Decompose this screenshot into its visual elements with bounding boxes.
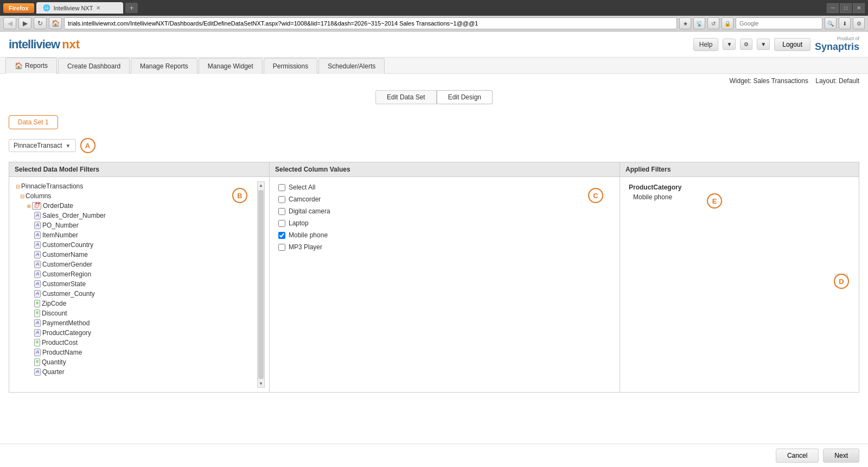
tree-item-customercounty[interactable]: A Customer_County (14, 289, 253, 299)
tree-item-productcategory[interactable]: A ProductCategory (14, 328, 253, 338)
checkbox-digital-camera-label: Digital camera (289, 207, 330, 215)
checkbox-mp3-player-input[interactable] (278, 244, 285, 251)
refresh-icon[interactable]: ↺ (707, 17, 719, 29)
tree-item-customername[interactable]: A CustomerName (14, 250, 253, 260)
panel-middle-body: Select All Camcorder Digital camera Lapt… (270, 177, 620, 383)
close-button[interactable]: ✕ (853, 3, 865, 13)
tree-item-label: ItemNumber (42, 231, 78, 239)
dataset-tab-1[interactable]: Data Set 1 (9, 115, 58, 129)
menu-icon[interactable]: ⬇ (839, 17, 851, 29)
minimize-button[interactable]: ─ (827, 3, 839, 13)
tree-item-salesordernumber[interactable]: A Sales_Order_Number (14, 211, 253, 220)
next-button[interactable]: Next (823, 449, 859, 463)
tab-manage-widget[interactable]: Manage Widget (199, 58, 263, 74)
checkbox-mobile-phone-input[interactable] (278, 232, 285, 239)
widget-value: Sales Transactions (754, 77, 808, 85)
logout-button[interactable]: Logout (774, 38, 810, 51)
tree-columns[interactable]: ⊟ Columns (14, 191, 253, 201)
tree-item-zipcode[interactable]: # ZipCode (14, 299, 253, 308)
app-logo: intelliview nxt (9, 37, 80, 52)
logo-nxt: nxt (62, 37, 80, 52)
checkbox-camcorder[interactable]: Camcorder (274, 193, 615, 205)
checkbox-digital-camera[interactable]: Digital camera (274, 205, 615, 217)
tree-container: ⊟ PinnacleTransactions ⊟ Columns ⊕ (14, 181, 253, 377)
tree-item-label: ProductCost (42, 339, 78, 346)
panel-left: Selected Data Model Filters ⊟ PinnacleTr… (9, 162, 270, 392)
type-a-icon: A (34, 261, 41, 268)
tab-reports[interactable]: 🏠 Reports (5, 58, 57, 74)
checkbox-select-all[interactable]: Select All (274, 181, 615, 193)
tree-item-ponumber[interactable]: A PO_Number (14, 220, 253, 230)
tab-manage-reports[interactable]: Manage Reports (131, 58, 197, 74)
tree-root[interactable]: ⊟ PinnacleTransactions (14, 181, 253, 191)
firefox-button[interactable]: Firefox (3, 3, 34, 13)
checkbox-mobile-phone[interactable]: Mobile phone (274, 229, 615, 241)
scrollbar[interactable]: ▲ ▼ (257, 181, 265, 388)
browser-chrome: Firefox 🌐 Intelliview NXT ✕ + ─ □ ✕ ◀ ▶ … (0, 0, 868, 31)
type-a-icon: A (34, 319, 41, 327)
tree-item-customercountry[interactable]: A CustomerCountry (14, 240, 253, 250)
type-a-icon: A (34, 212, 41, 219)
security-icon[interactable]: 🔒 (722, 17, 733, 29)
checkbox-camcorder-label: Camcorder (289, 195, 321, 203)
datasource-row: PinnaceTransact ▼ A (0, 134, 868, 157)
browser-tab[interactable]: 🌐 Intelliview NXT ✕ (36, 2, 123, 14)
tree-item-customerstate[interactable]: A CustomerState (14, 279, 253, 289)
tab-scheduler[interactable]: Scheduler/Alerts (318, 58, 385, 74)
help-dropdown-button[interactable]: ▼ (723, 39, 736, 50)
type-a-icon: A (34, 280, 41, 288)
add-filter-button[interactable]: + (835, 274, 848, 287)
new-tab-button[interactable]: + (125, 3, 138, 13)
tree-item-customerregion[interactable]: A CustomerRegion (14, 269, 253, 279)
checkbox-laptop[interactable]: Laptop (274, 217, 615, 229)
type-a-icon: A (34, 290, 41, 298)
tree-item-orderdate[interactable]: ⊕ ⏰ OrderDate (14, 201, 253, 211)
home-nav-button[interactable]: 🏠 (49, 17, 62, 29)
tree-item-productcost[interactable]: # ProductCost (14, 338, 253, 348)
tree-item-paymentmethod[interactable]: A PaymentMethod (14, 318, 253, 328)
panel-right-body: ProductCategory Mobile phone D + E (620, 177, 859, 383)
type-a-icon: A (34, 241, 41, 249)
tree-item-discount[interactable]: # Discount (14, 308, 253, 318)
checkbox-digital-camera-input[interactable] (278, 208, 285, 215)
edit-dataset-button[interactable]: Edit Data Set (375, 90, 437, 104)
bookmark-icon[interactable]: ★ (679, 17, 691, 29)
tree-item-itemnumber[interactable]: A ItemNumber (14, 230, 253, 240)
tab-permissions[interactable]: Permissions (264, 58, 317, 74)
tab-permissions-label: Permissions (273, 62, 308, 70)
checkbox-camcorder-input[interactable] (278, 196, 285, 203)
tree-item-label: CustomerCountry (42, 241, 93, 249)
search-bar[interactable] (736, 17, 822, 29)
cancel-button[interactable]: Cancel (776, 449, 819, 463)
tree-item-customergender[interactable]: A CustomerGender (14, 260, 253, 269)
maximize-button[interactable]: □ (840, 3, 852, 13)
tools-icon[interactable]: ⚙ (853, 17, 865, 29)
tree-item-label: OrderDate (43, 202, 73, 210)
settings-button[interactable]: ⚙ (740, 39, 752, 50)
datasource-dropdown[interactable]: PinnaceTransact ▼ (9, 139, 76, 152)
edit-design-button[interactable]: Edit Design (437, 90, 493, 104)
browser-toolbar: ◀ ▶ ↻ 🏠 ★ 📡 ↺ 🔒 🔍 ⬇ ⚙ (0, 16, 868, 31)
tree-item-productname[interactable]: A ProductName (14, 348, 253, 357)
tree-item-quantity[interactable]: # Quantity (14, 357, 253, 367)
close-icon[interactable]: ✕ (96, 5, 100, 11)
reload-button[interactable]: ↻ (34, 17, 47, 29)
checkbox-mp3-player[interactable]: MP3 Player (274, 241, 615, 253)
checkbox-laptop-label: Laptop (289, 219, 309, 227)
tree-columns-label: Columns (25, 192, 51, 200)
settings-dropdown-button[interactable]: ▼ (757, 39, 770, 50)
browser-titlebar: Firefox 🌐 Intelliview NXT ✕ + ─ □ ✕ (0, 0, 868, 16)
address-bar[interactable] (64, 17, 677, 29)
tab-manage-widget-label: Manage Widget (208, 62, 253, 70)
panel-middle: Selected Column Values Select All Camcor… (270, 162, 620, 392)
search-icon[interactable]: 🔍 (825, 17, 837, 29)
tab-manage-reports-label: Manage Reports (140, 62, 188, 70)
rss-icon[interactable]: 📡 (693, 17, 705, 29)
checkbox-select-all-input[interactable] (278, 184, 285, 191)
checkbox-laptop-input[interactable] (278, 220, 285, 227)
forward-button[interactable]: ▶ (18, 17, 31, 29)
tab-create-dashboard[interactable]: Create Dashboard (58, 58, 130, 74)
back-button[interactable]: ◀ (3, 17, 16, 29)
tree-item-quarter[interactable]: A Quarter (14, 367, 253, 377)
help-button[interactable]: Help (693, 38, 719, 51)
